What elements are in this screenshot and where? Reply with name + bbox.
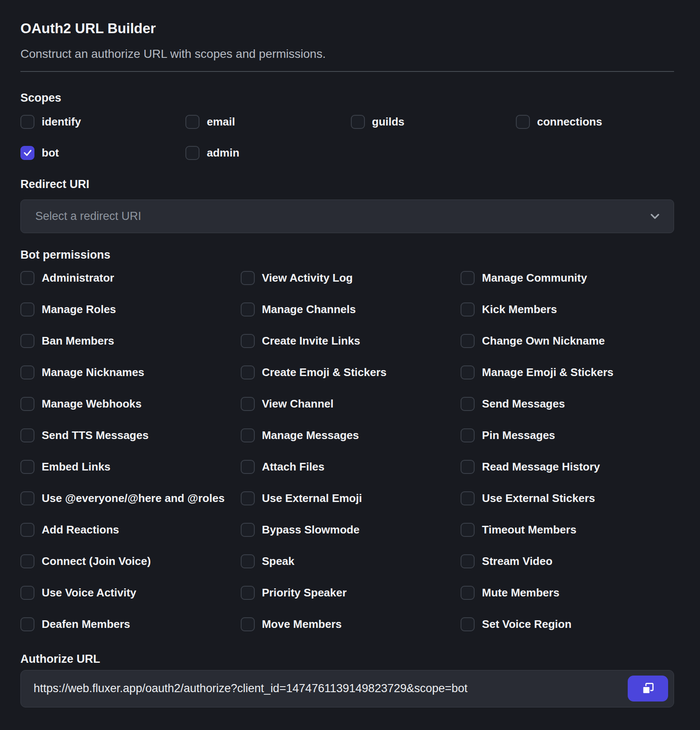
checkbox[interactable] <box>241 586 255 600</box>
checkbox-label: Move Members <box>262 618 342 631</box>
checkbox-label: Use External Stickers <box>482 492 595 505</box>
permission-checkbox-attach-files[interactable]: Attach Files <box>241 460 454 474</box>
scope-checkbox-email[interactable]: email <box>185 115 344 129</box>
redirect-uri-placeholder: Select a redirect URI <box>35 210 649 223</box>
permission-checkbox-view-channel[interactable]: View Channel <box>241 397 454 411</box>
checkbox[interactable] <box>20 302 34 317</box>
checkbox[interactable] <box>241 491 255 505</box>
permission-checkbox-ban-members[interactable]: Ban Members <box>20 334 234 348</box>
permission-checkbox-add-reactions[interactable]: Add Reactions <box>20 523 234 537</box>
checkbox[interactable] <box>461 460 475 474</box>
permission-checkbox-kick-members[interactable]: Kick Members <box>461 302 674 317</box>
checkbox-label: Manage Roles <box>42 303 116 316</box>
permission-checkbox-deafen-members[interactable]: Deafen Members <box>20 617 234 631</box>
checkmark-icon <box>23 148 32 157</box>
permission-checkbox-timeout-members[interactable]: Timeout Members <box>461 523 674 537</box>
checkbox[interactable] <box>461 428 475 442</box>
checkbox[interactable] <box>185 146 199 160</box>
checkbox[interactable] <box>20 397 34 411</box>
checkbox[interactable] <box>241 271 255 285</box>
permission-checkbox-set-voice-region[interactable]: Set Voice Region <box>461 617 674 631</box>
checkbox[interactable] <box>461 491 475 505</box>
checkbox[interactable] <box>241 302 255 317</box>
bot-permissions-heading: Bot permissions <box>20 248 674 262</box>
checkbox[interactable] <box>20 491 34 505</box>
checkbox[interactable] <box>516 115 530 129</box>
divider <box>20 71 674 72</box>
checkbox[interactable] <box>241 554 255 568</box>
permission-checkbox-embed-links[interactable]: Embed Links <box>20 460 234 474</box>
checkbox[interactable] <box>461 302 475 317</box>
permission-checkbox-use-external-emoji[interactable]: Use External Emoji <box>241 491 454 505</box>
checkbox[interactable] <box>241 334 255 348</box>
checkbox[interactable] <box>241 428 255 442</box>
checkbox[interactable] <box>461 334 475 348</box>
checkbox[interactable] <box>351 115 365 129</box>
checkbox[interactable] <box>241 617 255 631</box>
permission-checkbox-use-voice-activity[interactable]: Use Voice Activity <box>20 586 234 600</box>
redirect-uri-select[interactable]: Select a redirect URI <box>20 200 674 233</box>
checkbox-label: Manage Community <box>482 271 587 285</box>
permission-checkbox-connect-join-voice[interactable]: Connect (Join Voice) <box>20 554 234 568</box>
permission-checkbox-priority-speaker[interactable]: Priority Speaker <box>241 586 454 600</box>
permission-checkbox-stream-video[interactable]: Stream Video <box>461 554 674 568</box>
permission-checkbox-use-everyone-here-and-roles[interactable]: Use @everyone/@here and @roles <box>20 491 234 505</box>
permission-checkbox-manage-channels[interactable]: Manage Channels <box>241 302 454 317</box>
scope-checkbox-identify[interactable]: identify <box>20 115 179 129</box>
permission-checkbox-manage-messages[interactable]: Manage Messages <box>241 428 454 442</box>
checkbox[interactable] <box>241 460 255 474</box>
checkbox[interactable] <box>20 428 34 442</box>
permission-checkbox-change-own-nickname[interactable]: Change Own Nickname <box>461 334 674 348</box>
permission-checkbox-read-message-history[interactable]: Read Message History <box>461 460 674 474</box>
permission-checkbox-send-messages[interactable]: Send Messages <box>461 397 674 411</box>
permission-checkbox-create-invite-links[interactable]: Create Invite Links <box>241 334 454 348</box>
checkbox[interactable] <box>461 397 475 411</box>
permission-checkbox-bypass-slowmode[interactable]: Bypass Slowmode <box>241 523 454 537</box>
permission-checkbox-manage-roles[interactable]: Manage Roles <box>20 302 234 317</box>
permission-checkbox-administrator[interactable]: Administrator <box>20 271 234 285</box>
scope-checkbox-bot[interactable]: bot <box>20 146 179 160</box>
checkbox[interactable] <box>461 523 475 537</box>
checkbox[interactable] <box>20 554 34 568</box>
scope-checkbox-admin[interactable]: admin <box>185 146 344 160</box>
scope-checkbox-guilds[interactable]: guilds <box>351 115 509 129</box>
permission-checkbox-send-tts-messages[interactable]: Send TTS Messages <box>20 428 234 442</box>
permission-checkbox-use-external-stickers[interactable]: Use External Stickers <box>461 491 674 505</box>
checkbox[interactable] <box>241 397 255 411</box>
permission-checkbox-manage-community[interactable]: Manage Community <box>461 271 674 285</box>
checkbox[interactable] <box>20 115 34 129</box>
checkbox[interactable] <box>20 334 34 348</box>
checkbox-label: Create Emoji & Stickers <box>262 366 387 379</box>
checkbox[interactable] <box>461 617 475 631</box>
permission-checkbox-pin-messages[interactable]: Pin Messages <box>461 428 674 442</box>
checkbox[interactable] <box>461 586 475 600</box>
scope-checkbox-connections[interactable]: connections <box>516 115 674 129</box>
checkbox[interactable] <box>20 365 34 379</box>
permission-checkbox-manage-webhooks[interactable]: Manage Webhooks <box>20 397 234 411</box>
checkbox[interactable] <box>461 271 475 285</box>
copy-url-button[interactable] <box>628 676 668 701</box>
permission-checkbox-create-emoji-stickers[interactable]: Create Emoji & Stickers <box>241 365 454 379</box>
permission-checkbox-mute-members[interactable]: Mute Members <box>461 586 674 600</box>
checkbox[interactable] <box>20 523 34 537</box>
permission-checkbox-manage-nicknames[interactable]: Manage Nicknames <box>20 365 234 379</box>
checkbox[interactable] <box>20 146 34 160</box>
permission-checkbox-move-members[interactable]: Move Members <box>241 617 454 631</box>
checkbox[interactable] <box>20 617 34 631</box>
permission-checkbox-manage-emoji-stickers[interactable]: Manage Emoji & Stickers <box>461 365 674 379</box>
checkbox[interactable] <box>20 271 34 285</box>
checkbox[interactable] <box>241 365 255 379</box>
authorize-url-heading: Authorize URL <box>20 653 674 666</box>
checkbox-label: Manage Nicknames <box>42 366 144 379</box>
checkbox-label: Send TTS Messages <box>42 429 148 442</box>
checkbox[interactable] <box>461 365 475 379</box>
checkbox[interactable] <box>241 523 255 537</box>
checkbox[interactable] <box>20 586 34 600</box>
permission-checkbox-speak[interactable]: Speak <box>241 554 454 568</box>
checkbox[interactable] <box>20 460 34 474</box>
permission-checkbox-view-activity-log[interactable]: View Activity Log <box>241 271 454 285</box>
checkbox[interactable] <box>185 115 199 129</box>
chevron-down-icon <box>649 210 661 222</box>
checkbox[interactable] <box>461 554 475 568</box>
checkbox-label: Send Messages <box>482 397 565 411</box>
